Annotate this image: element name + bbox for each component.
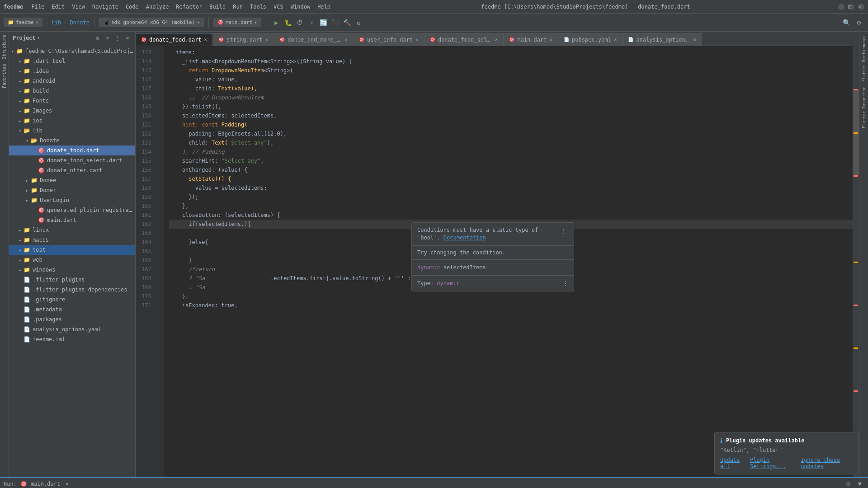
tree-item[interactable]: ▸📁Images — [9, 106, 135, 116]
tab-main[interactable]: 🎯main.dart✕ — [504, 33, 558, 46]
tree-item[interactable]: ▸📁web — [9, 255, 135, 265]
tree-item[interactable]: ▸📁windows — [9, 265, 135, 275]
debug-button[interactable]: 🐛 — [283, 17, 293, 28]
tree-item[interactable]: ▸📁linux — [9, 225, 135, 235]
menu-item-code[interactable]: Code — [123, 3, 142, 11]
tree-item[interactable]: ▸📁Doner — [9, 185, 135, 195]
collapse-all-icon[interactable]: ≡ — [104, 34, 112, 42]
tab-donate_food[interactable]: 🎯donate_food.dart✕ — [136, 33, 213, 46]
structure-tab[interactable]: Structure — [1, 33, 8, 61]
minimize-button[interactable]: — — [838, 4, 844, 10]
menu-item-build[interactable]: Build — [207, 3, 228, 11]
tree-item[interactable]: 📄.gitignore — [9, 295, 135, 305]
tree-item[interactable]: 📄.flutter-plugins — [9, 275, 135, 285]
flutter-button[interactable]: ⚡ — [306, 17, 317, 28]
menu-item-view[interactable]: View — [69, 3, 88, 11]
hot-reload-button[interactable]: 🔄 — [318, 17, 329, 28]
profile-button[interactable]: ⏱ — [294, 17, 305, 28]
close-button[interactable]: ✕ — [858, 4, 864, 10]
tab-close-main[interactable]: ✕ — [549, 37, 552, 42]
tree-item[interactable]: ▸📁android — [9, 76, 135, 86]
toolbar-separator2 — [208, 17, 209, 28]
tab-close-user_info[interactable]: ✕ — [415, 37, 419, 42]
menu-item-file[interactable]: File — [28, 3, 47, 11]
flutter-inspector-tab[interactable]: Flutter Inspector — [860, 85, 868, 131]
tree-item[interactable]: ▸📁UserLogin — [9, 195, 135, 205]
tree-item[interactable]: 📄.flutter-plugins-dependencies — [9, 285, 135, 295]
project-dropdown-arrow[interactable]: ▾ — [38, 35, 40, 40]
menu-item-window[interactable]: Window — [288, 3, 313, 11]
maximize-button[interactable]: □ — [848, 4, 854, 10]
menu-item-analyze[interactable]: Analyze — [143, 3, 172, 11]
tab-donate_food_select[interactable]: 🎯donate_food_select.dart✕ — [425, 33, 504, 46]
tab-close-donee_add_more_info[interactable]: ✕ — [344, 37, 348, 42]
collapse-run-icon[interactable]: ▼ — [855, 479, 864, 488]
tree-item[interactable]: 🎯donate_food_select.dart — [9, 155, 135, 165]
menu-item-vcs[interactable]: VCS — [271, 3, 286, 11]
menu-item-refactor[interactable]: Refactor — [173, 3, 205, 11]
tab-pubspec[interactable]: 📄pubspec.yaml✕ — [558, 33, 623, 46]
tree-arrow-icon: ▸ — [16, 228, 24, 233]
menu-item-edit[interactable]: Edit — [49, 3, 67, 11]
favorites-tab[interactable]: Favorites — [1, 62, 8, 89]
flutter-performance-tab[interactable]: Flutter Performance — [860, 33, 868, 85]
close-run-button[interactable]: ✕ — [66, 481, 69, 487]
main-dart-selector[interactable]: 🎯 main.dart ▾ — [213, 18, 261, 27]
more-actions-button[interactable]: ⋮ — [559, 226, 568, 235]
tab-user_info[interactable]: 🎯user_info.dart✕ — [354, 33, 425, 46]
tree-item[interactable]: ▸📁Fonts — [9, 96, 135, 106]
lib-link[interactable]: lib — [52, 19, 61, 26]
tree-item[interactable]: ▸📁.dart_tool — [9, 56, 135, 66]
menu-item-help[interactable]: Help — [315, 3, 333, 11]
tree-item[interactable]: 🎯donate_food.dart — [9, 145, 135, 155]
tab-close-analysis_options[interactable]: ✕ — [693, 37, 696, 42]
error-try-text: Try changing the condition. — [417, 249, 568, 256]
tree-item[interactable]: ▸📁Donee — [9, 175, 135, 185]
tree-item[interactable]: ▾📂Donate — [9, 136, 135, 145]
build-button[interactable]: 🔨 — [341, 17, 352, 28]
tab-close-string[interactable]: ✕ — [265, 37, 269, 42]
tree-root[interactable]: ▾ 📁 feedme C:\Users\hamad\StudioProjects… — [9, 46, 135, 56]
editor-scrollbar[interactable] — [853, 46, 859, 477]
line-num-158: 158 — [136, 183, 154, 192]
tree-item[interactable]: 📄analysis_options.yaml — [9, 324, 135, 334]
tree-item[interactable]: 📄feedme.iml — [9, 334, 135, 344]
sync-button[interactable]: ↻ — [353, 17, 364, 28]
search-everywhere-button[interactable]: 🔍 — [841, 17, 852, 28]
tab-close-pubspec[interactable]: ✕ — [614, 37, 617, 42]
sdk-selector[interactable]: 📱 sdk gphone64 x86 64 (mobile) ▾ — [99, 18, 204, 27]
plugin-settings-link[interactable]: Plugin Settings... — [750, 457, 797, 469]
stop-button[interactable]: ⬛ — [330, 17, 340, 28]
tree-item[interactable]: 🎯generated_plugin_registrant.dart — [9, 205, 135, 215]
donate-link[interactable]: Donate — [70, 19, 90, 26]
project-dropdown[interactable]: 📁 feedme ▾ — [4, 18, 42, 27]
tree-item[interactable]: ▾📂lib — [9, 126, 135, 136]
locate-icon[interactable]: ◎ — [94, 34, 102, 42]
menu-item-tools[interactable]: Tools — [247, 3, 269, 11]
tree-item[interactable]: 🎯main.dart — [9, 215, 135, 225]
tree-item[interactable]: ▸📁ios — [9, 116, 135, 126]
tab-analysis_options[interactable]: 📄analysis_options.yaml✕ — [623, 33, 702, 46]
tree-item[interactable]: 📄.metadata — [9, 305, 135, 314]
settings-run-icon[interactable]: ⚙ — [844, 479, 853, 488]
tab-close-donate_food[interactable]: ✕ — [204, 37, 208, 42]
menu-item-run[interactable]: Run — [230, 3, 245, 11]
tree-item[interactable]: ▸📁macos — [9, 235, 135, 245]
panel-options-icon[interactable]: ⋮ — [113, 34, 122, 42]
ignore-updates-link[interactable]: Ignore these updates — [801, 457, 853, 469]
menu-item-navigate[interactable]: Navigate — [90, 3, 121, 11]
run-button[interactable]: ▶ — [271, 17, 282, 28]
type-more-button[interactable]: ⋮ — [563, 280, 568, 286]
tab-close-donate_food_select[interactable]: ✕ — [495, 37, 498, 42]
tree-item[interactable]: ▸📁.idea — [9, 66, 135, 76]
tree-item[interactable]: 📄.packages — [9, 314, 135, 324]
documentation-link[interactable]: Documentation — [443, 235, 486, 241]
tree-item[interactable]: ▸📁test — [9, 245, 135, 255]
update-all-link[interactable]: Update all — [720, 457, 746, 469]
tab-donee_add_more_info[interactable]: 🎯donee_add_more_info.dart✕ — [274, 33, 354, 46]
tree-item[interactable]: 🎯donate_other.dart — [9, 165, 135, 175]
tab-string[interactable]: 🎯string.dart✕ — [213, 33, 274, 46]
close-panel-icon[interactable]: ✕ — [123, 34, 132, 42]
settings-button[interactable]: ⚙ — [854, 17, 864, 28]
tree-item[interactable]: ▸📁build — [9, 86, 135, 96]
